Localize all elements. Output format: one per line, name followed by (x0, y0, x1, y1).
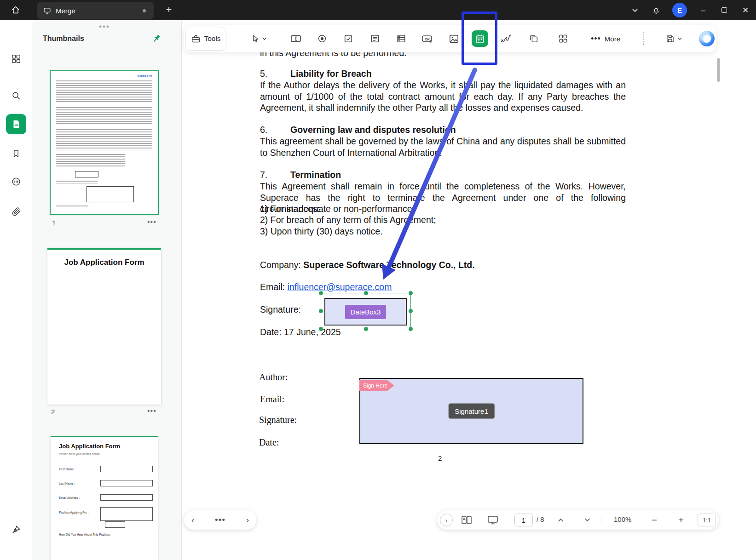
text-field-tool-icon[interactable] (287, 29, 305, 48)
document-tab[interactable]: Merge (37, 2, 154, 19)
doc-paragraph-6: This agreement shall be governed by the … (260, 136, 626, 158)
tools-label: Tools (204, 34, 220, 43)
home-icon (11, 5, 21, 15)
combo-box-tool-icon[interactable] (392, 29, 410, 48)
page-1-menu[interactable]: ••• (147, 218, 156, 226)
new-tab-button[interactable]: + (162, 3, 176, 17)
resize-handle[interactable] (409, 291, 413, 295)
thumb3-field-box (100, 494, 153, 501)
doc-heading-7: 7.Termination (260, 169, 341, 181)
pen-tool-icon[interactable] (6, 520, 26, 540)
thumbnail-page-3[interactable]: Job Application Form Please fill in your… (51, 436, 158, 560)
nav-forward-icon[interactable]: › (246, 515, 249, 525)
thumb3-field-label: First Name : (59, 468, 75, 471)
thumb3-field-box (100, 507, 153, 521)
doc-signature-label: Signature: (260, 304, 301, 315)
signature-form-field[interactable]: Sign Here Signature1 (359, 378, 583, 444)
resize-handle[interactable] (409, 309, 413, 313)
attachments-paperclip-icon[interactable] (6, 201, 26, 222)
duplicate-tool-icon[interactable] (525, 29, 543, 48)
nav-back-icon[interactable]: ‹ (191, 515, 194, 525)
doc-heading-6: 6.Governing law and disputes resolution (260, 124, 456, 136)
layout-grid-tool-icon[interactable] (554, 29, 572, 48)
window-maximize-button[interactable] (714, 0, 735, 20)
image-field-tool-icon[interactable] (444, 29, 463, 48)
thumb3-field-box (100, 466, 153, 472)
select-tool-button[interactable] (245, 29, 272, 48)
panel-drag-handle[interactable]: ••• (99, 22, 110, 31)
thumbnail-page-1[interactable]: SUPERACE (51, 71, 158, 214)
doc-email-line: Email: influencer@superace.com (260, 281, 392, 293)
doc-company-line: Company: Superace Software Technology Co… (260, 259, 475, 271)
apps-grid-icon[interactable] (6, 49, 26, 69)
zoom-out-button[interactable]: − (648, 514, 661, 526)
doc-list-item-1: 1) For inadequate or non-performance; (260, 203, 415, 215)
page-2-menu[interactable]: ••• (147, 407, 156, 415)
form-toolbar: Tools OK (184, 25, 716, 52)
window-close-button[interactable]: ✕ (735, 0, 756, 20)
actual-size-button[interactable]: 1:1 (698, 514, 716, 526)
comments-icon[interactable] (6, 171, 26, 192)
doc-heading-5: 5.Liability for Breach (260, 68, 372, 80)
status-divider (601, 515, 601, 525)
doc-author-label: Author: (259, 371, 288, 383)
user-avatar[interactable]: E (672, 3, 687, 17)
two-page-view-icon[interactable] (460, 514, 473, 526)
doc-date2-label: Date: (259, 437, 279, 448)
thumbnails-panel: ••• Thumbnails SUPERACE 1 ••• Job Applic… (32, 20, 182, 560)
doc-signature2-label: Signature: (259, 414, 297, 426)
thumbnail-page-2[interactable]: Job Application Form (47, 248, 161, 405)
pin-icon[interactable] (151, 33, 162, 44)
toolbar-separator (643, 32, 644, 45)
ellipsis-icon: ••• (591, 34, 601, 44)
home-button[interactable] (9, 4, 22, 16)
resize-handle[interactable] (409, 327, 413, 331)
page-total-label: / 8 (537, 515, 544, 523)
svg-text:OK: OK (425, 37, 430, 41)
signature-field-tool-icon[interactable] (497, 29, 515, 48)
vertical-scrollbar-thumb[interactable] (717, 58, 720, 82)
bookmarks-icon[interactable] (6, 143, 26, 164)
titlebar-chevron-down-icon[interactable] (624, 0, 646, 20)
app-window: Merge + E – ✕ (0, 0, 756, 560)
email-link[interactable]: influencer@superace.com (288, 282, 392, 292)
highlight-annotation-box (462, 11, 497, 65)
reading-mode-icon[interactable] (486, 514, 499, 526)
resize-handle[interactable] (364, 291, 368, 295)
thumb1-logo-text: SUPERACE (137, 75, 152, 78)
tools-button[interactable]: Tools (185, 27, 226, 51)
thumb1-text-lines (56, 80, 152, 103)
button-tool-icon[interactable]: OK (418, 29, 437, 48)
nav-more-icon[interactable]: ••• (215, 515, 225, 525)
resize-handle[interactable] (364, 327, 368, 331)
next-page-chevron-icon[interactable] (581, 514, 594, 526)
tab-monitor-icon (43, 7, 51, 15)
resize-handle[interactable] (319, 309, 323, 313)
field-selection-frame (321, 293, 411, 329)
more-tools-button[interactable]: ••• More (584, 29, 627, 48)
status-bar: › 1 / 8 100% − + 1:1 (437, 510, 719, 530)
zoom-in-button[interactable]: + (675, 514, 687, 526)
resize-handle[interactable] (319, 327, 323, 331)
panel-title: Thumbnails (43, 34, 84, 43)
expand-panel-button[interactable]: › (440, 514, 453, 526)
page-number-input[interactable]: 1 (514, 514, 533, 526)
resize-handle[interactable] (319, 291, 323, 295)
window-minimize-button[interactable]: – (693, 0, 714, 20)
sign-here-flag[interactable]: Sign Here (359, 380, 394, 391)
thumb3-title: Job Application Form (59, 443, 120, 450)
thumb3-field-label: Last Name : (59, 482, 75, 485)
doc-list-item-3: 3) Upon thirty (30) days notice. (260, 226, 383, 237)
search-icon[interactable] (6, 86, 26, 106)
list-box-tool-icon[interactable] (366, 29, 384, 48)
checkbox-tool-icon[interactable] (339, 29, 358, 48)
thumbnails-panel-button[interactable] (6, 114, 26, 134)
radio-button-tool-icon[interactable] (313, 29, 331, 48)
save-button[interactable] (662, 29, 686, 48)
previous-page-chevron-icon[interactable] (554, 514, 567, 526)
ai-assistant-button[interactable] (699, 31, 715, 46)
notifications-bell-icon[interactable] (646, 0, 667, 20)
signature-field-label: Signature1 (448, 404, 495, 419)
tab-unsaved-dot (143, 9, 146, 12)
doc-email2-label: Email: (260, 394, 284, 405)
